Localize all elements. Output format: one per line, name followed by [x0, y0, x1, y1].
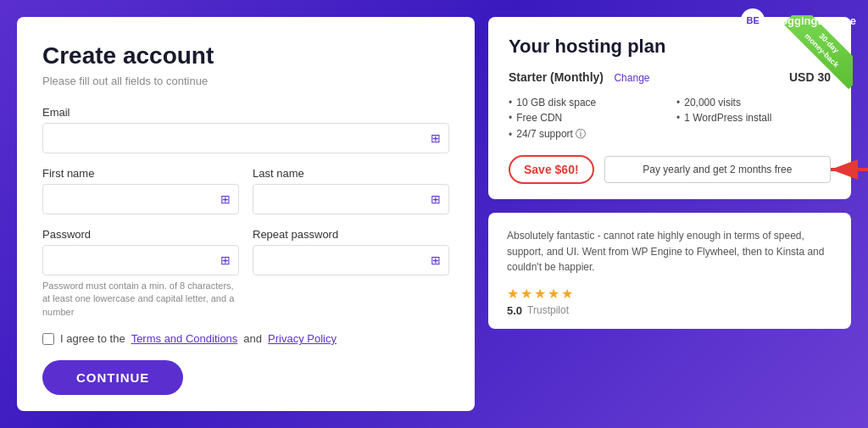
plan-name: Starter (Monthly) [509, 70, 604, 84]
checkbox-prefix: I agree to the [60, 332, 125, 345]
firstname-input[interactable] [42, 184, 239, 214]
feature-disk: 10 GB disk space [509, 97, 663, 108]
right-panel: 30-daymoney-back Your hosting plan Start… [488, 17, 851, 411]
save-badge-button[interactable]: Save $60! [509, 155, 594, 184]
firstname-group: First name ⊞ [42, 167, 239, 214]
top-bar: BE BloggingEclipse [741, 8, 856, 32]
main-content: Create account Please fill out all field… [0, 0, 868, 428]
feature-wordpress: 1 WordPress install [676, 112, 831, 124]
privacy-link[interactable]: Privacy Policy [268, 332, 337, 345]
plan-info: Starter (Monthly) Change [509, 69, 650, 85]
firstname-input-wrapper: ⊞ [42, 184, 239, 214]
page-title: Create account [42, 42, 449, 69]
hosting-card: 30-daymoney-back Your hosting plan Start… [488, 17, 851, 199]
features-grid: 10 GB disk space 20,000 visits Free CDN … [509, 97, 831, 142]
email-label: Email [42, 106, 449, 119]
email-input[interactable] [42, 123, 449, 153]
page-subtitle: Please fill out all fields to continue [42, 75, 449, 87]
terms-checkbox[interactable] [42, 333, 54, 345]
brand-name: BloggingEclipse [770, 14, 856, 27]
password-input[interactable] [42, 245, 239, 275]
lastname-input-wrapper: ⊞ [253, 184, 449, 214]
testimonial-card: Absolutely fantastic - cannot rate highl… [488, 213, 851, 329]
email-icon: ⊞ [431, 131, 441, 145]
password-group: Password ⊞ Password must contain a min. … [42, 228, 239, 319]
rating-number: 5.0 [507, 304, 522, 317]
trustpilot-label: Trustpilot [527, 304, 569, 316]
repeat-password-icon: ⊞ [431, 253, 441, 267]
password-hint: Password must contain a min. of 8 charac… [42, 280, 239, 319]
terms-link[interactable]: Terms and Conditions [131, 332, 238, 345]
rating-row: 5.0 Trustpilot [507, 304, 832, 317]
brand-logo-icon: BE [741, 8, 765, 32]
testimonial-text: Absolutely fantastic - cannot rate highl… [507, 228, 832, 275]
repeat-password-label: Repeat password [253, 228, 449, 241]
feature-cdn: Free CDN [509, 112, 663, 124]
repeat-password-input-wrapper: ⊞ [253, 245, 449, 275]
save-row: Save $60! Pay yearly and get 2 months fr… [509, 155, 831, 184]
lastname-label: Last name [253, 167, 449, 180]
plan-change-link[interactable]: Change [614, 72, 649, 84]
firstname-label: First name [42, 167, 239, 180]
name-row: First name ⊞ Last name ⊞ [42, 167, 449, 214]
password-label: Password [42, 228, 239, 241]
lastname-group: Last name ⊞ [253, 167, 449, 214]
terms-checkbox-row: I agree to the Terms and Conditions and … [42, 332, 449, 345]
left-panel: Create account Please fill out all field… [17, 17, 475, 411]
email-input-wrapper: ⊞ [42, 123, 449, 153]
password-icon: ⊞ [220, 253, 231, 267]
lastname-icon: ⊞ [431, 192, 441, 206]
lastname-input[interactable] [253, 184, 449, 214]
yearly-button[interactable]: Pay yearly and get 2 months free [604, 156, 831, 183]
and-separator: and [243, 332, 262, 345]
email-group: Email ⊞ [42, 106, 449, 153]
stars: ★★★★★ [507, 286, 832, 302]
brand-logo-text: BE [747, 15, 760, 25]
repeat-password-group: Repeat password ⊞ [253, 228, 449, 319]
continue-button[interactable]: CONTINUE [42, 360, 183, 395]
red-arrow-icon [822, 153, 868, 186]
password-row: Password ⊞ Password must contain a min. … [42, 228, 449, 319]
repeat-password-input[interactable] [253, 245, 449, 275]
feature-support: 24/7 support ⓘ [509, 127, 663, 142]
password-input-wrapper: ⊞ [42, 245, 239, 275]
firstname-icon: ⊞ [220, 192, 231, 206]
